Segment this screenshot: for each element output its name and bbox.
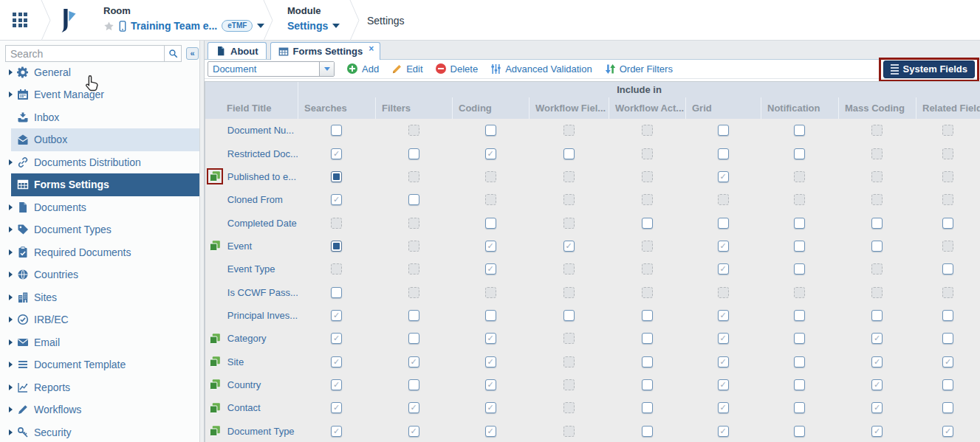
sidebar-splitter[interactable] [199, 41, 205, 442]
checkbox-notification[interactable] [794, 356, 805, 367]
advanced-validation-button[interactable]: Advanced Validation [490, 63, 592, 75]
checkbox-filters[interactable] [408, 148, 419, 159]
expand-arrow-icon[interactable] [4, 159, 17, 165]
checkbox-searches[interactable] [331, 125, 342, 136]
checkbox-related-fields[interactable] [942, 218, 953, 229]
checkbox-notification[interactable] [794, 333, 805, 344]
checkbox-notification[interactable] [794, 218, 805, 229]
checkbox-related-fields[interactable] [942, 310, 953, 321]
expand-arrow-icon[interactable] [4, 384, 17, 390]
checkbox-workflow-fiel-[interactable] [563, 241, 575, 252]
expand-arrow-icon[interactable] [4, 407, 17, 412]
sidebar-item-reports[interactable]: Reports [0, 376, 199, 399]
checkbox-filters[interactable] [408, 402, 419, 413]
checkbox-grid[interactable] [718, 333, 729, 344]
checkbox-notification[interactable] [794, 310, 805, 321]
sidebar-item-countries[interactable]: Countries [0, 263, 199, 286]
search-input[interactable] [6, 46, 164, 61]
sidebar-item-irb-ec[interactable]: IRB/EC [0, 308, 199, 331]
checkbox-coding[interactable] [485, 333, 496, 344]
sidebar-item-document-types[interactable]: Document Types [0, 218, 199, 241]
checkbox-searches[interactable] [331, 194, 342, 205]
checkbox-grid[interactable] [718, 241, 729, 252]
expand-arrow-icon[interactable] [4, 294, 17, 300]
checkbox-related-fields[interactable] [942, 379, 953, 390]
checkbox-mass-coding[interactable] [871, 402, 883, 413]
favorite-star-icon[interactable] [103, 21, 114, 32]
sidebar-item-outbox[interactable]: Outbox [0, 128, 199, 151]
checkbox-grid[interactable] [718, 379, 729, 390]
checkbox-related-fields[interactable] [942, 263, 953, 274]
checkbox-filters[interactable] [408, 379, 419, 390]
sidebar-item-documents-distribution[interactable]: Documents Distribution [0, 151, 199, 174]
edit-button[interactable]: Edit [391, 63, 422, 75]
checkbox-coding[interactable] [485, 402, 496, 413]
sidebar-item-sites[interactable]: Sites [0, 286, 199, 309]
checkbox-mass-coding[interactable] [871, 241, 883, 252]
checkbox-searches[interactable] [331, 356, 342, 367]
checkbox-grid[interactable] [718, 148, 729, 159]
checkbox-workflow-fiel-[interactable] [563, 310, 575, 321]
checkbox-related-fields[interactable] [942, 333, 953, 344]
checkbox-mass-coding[interactable] [871, 218, 883, 229]
app-grid-icon[interactable] [13, 13, 29, 29]
checkbox-grid[interactable] [718, 402, 729, 413]
checkbox-notification[interactable] [794, 241, 805, 252]
checkbox-coding[interactable] [485, 241, 496, 252]
expand-arrow-icon[interactable] [4, 249, 17, 255]
checkbox-workflow-act-[interactable] [642, 379, 653, 390]
checkbox-searches[interactable] [331, 379, 342, 390]
checkbox-mass-coding[interactable] [871, 379, 883, 390]
expand-arrow-icon[interactable] [4, 339, 17, 345]
room-value[interactable]: Training Team e... [131, 20, 217, 32]
expand-arrow-icon[interactable] [4, 362, 17, 367]
expand-arrow-icon[interactable] [4, 204, 17, 210]
search-icon[interactable] [164, 46, 181, 61]
chevron-down-icon[interactable] [319, 62, 334, 76]
module-value[interactable]: Settings [287, 20, 328, 32]
checkbox-workflow-act-[interactable] [642, 218, 653, 229]
checkbox-grid[interactable] [718, 356, 729, 367]
checkbox-filters[interactable] [408, 356, 419, 367]
room-selector[interactable]: Training Team e... eTMF [103, 20, 264, 32]
checkbox-coding[interactable] [485, 379, 496, 390]
checkbox-coding[interactable] [485, 218, 496, 229]
checkbox-searches[interactable] [331, 426, 342, 437]
checkbox-workflow-act-[interactable] [642, 310, 653, 321]
sidebar-item-security[interactable]: Security [0, 421, 199, 442]
expand-arrow-icon[interactable] [4, 272, 17, 277]
sidebar-item-inbox[interactable]: Inbox [0, 106, 199, 129]
sidebar-item-email[interactable]: Email [0, 331, 199, 354]
expand-arrow-icon[interactable] [4, 317, 17, 322]
checkbox-workflow-act-[interactable] [642, 356, 653, 367]
system-fields-button[interactable]: System Fields [883, 61, 975, 78]
sidebar-item-forms-settings[interactable]: Forms Settings [0, 173, 199, 196]
checkbox-workflow-act-[interactable] [642, 426, 653, 437]
checkbox-grid[interactable] [718, 263, 729, 274]
order-filters-button[interactable]: Order Filters [605, 63, 673, 75]
checkbox-coding[interactable] [485, 125, 496, 136]
checkbox-filters[interactable] [408, 333, 419, 344]
checkbox-notification[interactable] [794, 402, 805, 413]
checkbox-coding[interactable] [485, 310, 496, 321]
checkbox-filters[interactable] [408, 194, 419, 205]
checkbox-notification[interactable] [794, 125, 805, 136]
sidebar-item-documents[interactable]: Documents [0, 196, 199, 219]
checkbox-mass-coding[interactable] [871, 310, 883, 321]
add-button[interactable]: Add [347, 63, 379, 75]
checkbox-grid[interactable] [718, 310, 729, 321]
sidebar-item-general[interactable]: General [0, 61, 199, 84]
checkbox-related-fields[interactable] [942, 356, 953, 367]
checkbox-notification[interactable] [794, 148, 805, 159]
checkbox-workflow-act-[interactable] [642, 402, 653, 413]
checkbox-searches[interactable] [331, 402, 342, 413]
checkbox-workflow-fiel-[interactable] [563, 148, 575, 159]
checkbox-mass-coding[interactable] [871, 356, 883, 367]
checkbox-coding[interactable] [485, 426, 496, 437]
checkbox-coding[interactable] [485, 148, 496, 159]
checkbox-grid[interactable] [718, 218, 729, 229]
tab-about[interactable]: About [208, 42, 267, 59]
checkbox-searches[interactable] [331, 310, 342, 321]
checkbox-coding[interactable] [485, 356, 496, 367]
expand-arrow-icon[interactable] [4, 429, 17, 435]
